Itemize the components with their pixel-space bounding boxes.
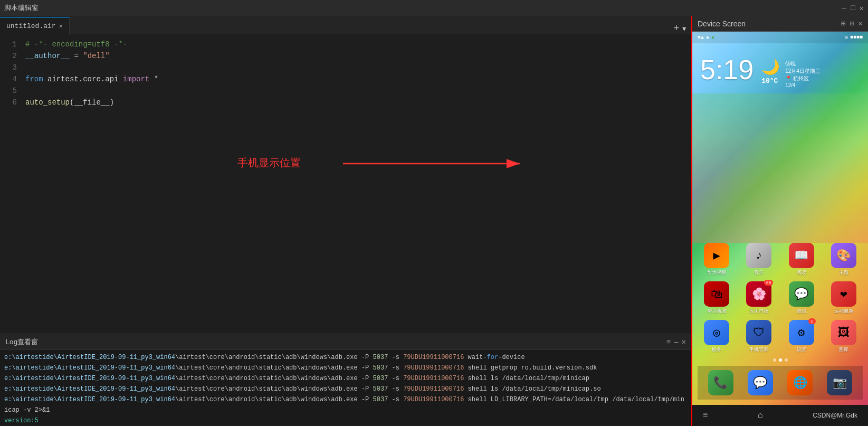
title-bar: 脚本编辑窗 — □ ✕ — [0, 0, 868, 16]
app-icon-health[interactable]: ❤ 运动健康 — [825, 281, 863, 315]
close-button[interactable]: ✕ — [860, 4, 864, 13]
line-numbers: 1 2 3 4 5 6 — [0, 34, 21, 334]
dock-icon-camera[interactable]: 📷 — [822, 370, 857, 395]
app-label-music: 音乐 — [754, 269, 764, 276]
app-label-huawei-video: 华为视频 — [707, 269, 726, 276]
app-icon-reading[interactable]: 📖 阅读 — [783, 243, 821, 276]
device-restore-button[interactable]: ⊡ — [850, 19, 854, 28]
log-content: e:\airtestide\AirtestIDE_2019-09-11_py3_… — [0, 350, 691, 426]
tab-untitled-air[interactable]: untitled.air ✕ — [0, 17, 70, 34]
device-screen[interactable]: ▼▲ ● ● ⊕ ■■■■ 5:19 🌙 — [692, 32, 868, 405]
app-label-guard: 手机管家 — [749, 346, 768, 353]
device-panel: Device Screen ⊞ ⊡ ✕ ▼▲ ● ● ⊕ ■■■ — [691, 16, 868, 426]
dock-icon-phone[interactable]: 📞 — [703, 370, 738, 395]
line-num-6: 6 — [0, 97, 17, 108]
app-icon-huawei-video[interactable]: ▶ 华为视频 — [698, 243, 736, 276]
app-icon-theme[interactable]: 🎨 主题 — [825, 243, 863, 276]
app-badge-settings: 1 — [808, 318, 816, 324]
phone-app-row-1: ▶ 华为视频 ♪ 音乐 📖 阅读 🎨 主题 — [698, 243, 863, 276]
page-dot-2 — [779, 358, 782, 362]
window-title: 脚本编辑窗 — [4, 3, 39, 13]
minimize-button[interactable]: — — [842, 4, 846, 12]
log-filter-button[interactable]: ≡ — [666, 338, 671, 346]
phone-app-row-2: 🛍 华为商城 🌸 60 应用市场 💬 微信 — [698, 281, 863, 315]
app-img-huawei-video: ▶ — [704, 243, 729, 268]
page-dot-3 — [785, 358, 788, 362]
app-icon-vmall[interactable]: 🛍 华为商城 — [698, 281, 736, 315]
device-screen-container: ▼▲ ● ● ⊕ ■■■■ 5:19 🌙 — [692, 32, 868, 426]
app-label-health: 运动健康 — [834, 308, 853, 315]
app-label-appstore: 应用市场 — [749, 308, 768, 315]
dock-icon-browser[interactable]: 🌐 — [783, 370, 818, 395]
app-icon-gallery[interactable]: 🖼 图库 — [825, 320, 863, 353]
main-layout: untitled.air ✕ + ▾ 1 2 3 4 5 6 — [0, 16, 868, 426]
device-panel-title: Device Screen — [698, 20, 746, 28]
phone-status-right: ⊕ ■■■■ — [845, 34, 863, 41]
device-expand-button[interactable]: ⊞ — [841, 19, 845, 28]
app-icon-service[interactable]: ◎ 服务 — [698, 320, 736, 353]
log-line-5: e:\airtestide\AirtestIDE_2019-09-11_py3_… — [4, 394, 687, 415]
phone-time-area: 5:19 🌙 10°C 傍晚 12月4日星期三 📍 杭州区 — [692, 43, 868, 93]
app-icon-appstore[interactable]: 🌸 60 应用市场 — [740, 281, 778, 315]
app-icon-settings[interactable]: ⚙ 1 设置 — [783, 320, 821, 353]
app-icon-guard[interactable]: 🛡 手机管家 — [740, 320, 778, 353]
tab-dropdown-button[interactable]: ▾ — [681, 23, 687, 34]
add-tab-button[interactable]: + — [673, 23, 679, 34]
tab-close-button[interactable]: ✕ — [59, 22, 63, 30]
line-num-1: 1 — [0, 39, 17, 50]
phone-temp: 10°C — [761, 77, 780, 85]
tab-bar-left: untitled.air ✕ — [0, 17, 70, 34]
dock-img-camera: 📷 — [827, 370, 852, 395]
phone-status-bar: ▼▲ ● ● ⊕ ■■■■ — [692, 32, 868, 43]
app-icon-music[interactable]: ♪ 音乐 — [740, 243, 778, 276]
code-line-5 — [25, 85, 691, 97]
code-editor-container: 1 2 3 4 5 6 # -*- encoding=utf8 -*- __au… — [0, 34, 691, 334]
tab-bar: untitled.air ✕ + ▾ — [0, 16, 691, 34]
tab-label: untitled.air — [6, 22, 56, 30]
code-content[interactable]: # -*- encoding=utf8 -*- __author__ = "de… — [21, 34, 691, 334]
code-line-2: __author__ = "dell" — [25, 50, 691, 62]
code-editor[interactable]: 1 2 3 4 5 6 # -*- encoding=utf8 -*- __au… — [0, 34, 691, 334]
app-img-wechat: 💬 — [789, 281, 814, 307]
log-clear-button[interactable]: — — [674, 338, 678, 346]
device-menu-icon[interactable]: ≡ — [703, 411, 708, 420]
code-line-6: auto_setup(__file__) — [25, 97, 691, 108]
page-dot-1 — [773, 358, 776, 362]
phone-status-left: ▼▲ ● ● — [698, 35, 714, 41]
title-bar-controls: — □ ✕ — [842, 4, 864, 13]
maximize-button[interactable]: □ — [851, 4, 855, 12]
weather-icon: 🌙 — [761, 58, 780, 76]
app-icon-wechat[interactable]: 💬 微信 — [783, 281, 821, 315]
app-label-theme: 主题 — [839, 269, 848, 276]
app-img-service: ◎ — [704, 320, 729, 345]
app-label-vmall: 华为商城 — [707, 308, 726, 315]
app-img-theme: 🎨 — [831, 243, 856, 268]
phone-app-row-3: ◎ 服务 🛡 手机管家 ⚙ 1 设置 — [698, 320, 863, 353]
code-line-3 — [25, 62, 691, 73]
log-line-1: e:\airtestide\AirtestIDE_2019-09-11_py3_… — [4, 352, 687, 363]
dock-img-browser: 🌐 — [787, 370, 813, 395]
phone-date-short: 12/4 — [785, 82, 821, 88]
phone-page-dots — [698, 358, 863, 362]
app-img-health: ❤ — [831, 281, 856, 307]
dock-img-phone: 📞 — [708, 370, 733, 395]
dock-icon-sms[interactable]: 💬 — [742, 370, 778, 395]
editor-area: untitled.air ✕ + ▾ 1 2 3 4 5 6 — [0, 16, 691, 426]
line-num-2: 2 — [0, 50, 17, 62]
battery-icon: ■■■■ — [850, 34, 863, 41]
log-header-controls: ≡ — ✕ — [666, 337, 686, 346]
log-line-6: version:5 — [4, 415, 687, 426]
signal-icon: ▼▲ — [698, 35, 704, 41]
app-img-settings: ⚙ 1 — [789, 320, 814, 345]
device-close-button[interactable]: ✕ — [859, 19, 863, 28]
line-num-3: 3 — [0, 62, 17, 73]
device-home-icon[interactable]: ⌂ — [758, 411, 763, 420]
line-num-5: 5 — [0, 85, 17, 97]
phone-date-info: 傍晚 12月4日星期三 📍 杭州区 12/4 — [785, 60, 821, 88]
log-close-button[interactable]: ✕ — [682, 337, 686, 346]
phone-period: 傍晚 — [785, 60, 821, 68]
green-dot: ● — [711, 35, 714, 41]
phone-dock: 📞 💬 🌐 📷 — [698, 366, 863, 400]
phone-location: 📍 杭州区 — [785, 75, 821, 82]
log-line-2: e:\airtestide\AirtestIDE_2019-09-11_py3_… — [4, 363, 687, 373]
